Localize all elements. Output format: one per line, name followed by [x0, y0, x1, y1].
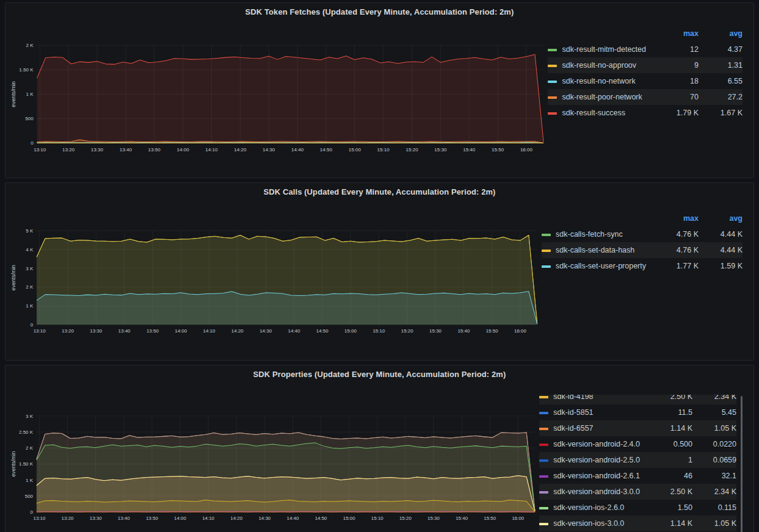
series-name[interactable]: sdk-version-ios-3.0.0: [553, 516, 648, 531]
series-color-swatch-icon[interactable]: [548, 49, 557, 51]
chart-canvas[interactable]: 01 K2 K3 K4 K5 K13:1013:2013:3013:4013:5…: [9, 200, 542, 359]
x-tick-label: 15:30: [434, 147, 447, 153]
legend-row[interactable]: sdk-id-41982.50 K2.34 K: [539, 395, 736, 404]
legend-max-value: 0.500: [648, 436, 692, 452]
legend-row[interactable]: sdk-version-android-3.0.02.50 K2.34 K: [539, 484, 736, 500]
legend-max-value: 1.14 K: [648, 516, 692, 531]
series-name[interactable]: sdk-version-ios-2.6.0: [553, 500, 648, 516]
series-name[interactable]: sdk-calls-fetch-sync: [556, 226, 655, 242]
legend-row[interactable]: sdk-result-no-network186.55: [548, 73, 743, 89]
legend-row[interactable]: sdk-calls-set-data-hash4.76 K4.44 K: [542, 242, 743, 258]
y-tick-label: 500: [25, 494, 34, 499]
legend-table: maxavgsdk-result-mitm-detected124.37sdk-…: [548, 26, 743, 121]
chart-legend: maxavgsdk-result-mitm-detected124.37sdk-…: [548, 20, 750, 121]
series-color-swatch-icon[interactable]: [548, 65, 557, 67]
dashboard: SDK Token Fetches (Updated Every Minute,…: [0, 0, 759, 532]
legend-max-value: 12: [655, 41, 699, 57]
series-color-swatch-icon[interactable]: [539, 491, 548, 494]
x-tick-label: 13:20: [62, 328, 74, 334]
y-tick-label: 0: [31, 509, 34, 515]
series-color-swatch-icon[interactable]: [539, 428, 548, 430]
series-color-swatch-icon[interactable]: [539, 475, 548, 478]
x-tick-label: 14:40: [287, 516, 299, 521]
legend-row[interactable]: sdk-id-585111.55.45: [539, 404, 736, 420]
x-tick-label: 14:10: [203, 328, 216, 334]
series-name[interactable]: sdk-calls-set-user-property: [556, 258, 655, 274]
legend-table: maxavgsdk-calls-fetch-sync4.76 K4.44 Ksd…: [542, 210, 743, 274]
x-tick-label: 13:50: [148, 147, 161, 153]
series-name[interactable]: sdk-id-4198: [553, 395, 648, 404]
time-series-chart[interactable]: 05001 K1.50 K2 K2.50 K3 K13:1013:2013:30…: [9, 383, 539, 532]
x-tick-label: 13:50: [147, 328, 159, 334]
time-series-chart[interactable]: 05001 K1.50 K2 K13:1013:2013:3013:4013:5…: [9, 20, 548, 176]
legend-row[interactable]: sdk-version-ios-3.0.01.14 K1.05 K: [539, 516, 736, 531]
series-color-swatch-icon[interactable]: [539, 523, 548, 525]
legend-row[interactable]: sdk-calls-fetch-sync4.76 K4.44 K: [542, 226, 743, 242]
legend-avg-value: 4.44 K: [699, 226, 743, 242]
series-color-swatch-icon[interactable]: [548, 81, 557, 83]
series-color-swatch-icon[interactable]: [539, 396, 548, 398]
series-color-swatch-icon[interactable]: [542, 250, 551, 252]
legend-max-value: 1.14 K: [648, 420, 692, 436]
x-tick-label: 14:50: [315, 516, 327, 521]
series-name[interactable]: sdk-id-5851: [553, 404, 648, 420]
panel-header[interactable]: SDK Token Fetches (Updated Every Minute,…: [5, 3, 754, 20]
x-tick-label: 13:10: [33, 516, 45, 521]
legend-header-avg[interactable]: avg: [699, 26, 743, 41]
legend-max-value: 46: [648, 468, 692, 484]
series-color-swatch-icon[interactable]: [548, 112, 557, 115]
series-name[interactable]: sdk-result-success: [562, 105, 655, 121]
legend-header-avg[interactable]: avg: [699, 210, 743, 226]
legend-scrollbar[interactable]: [741, 396, 743, 532]
series-color-swatch-icon[interactable]: [539, 412, 548, 414]
chart-canvas[interactable]: 05001 K1.50 K2 K2.50 K3 K13:1013:2013:30…: [9, 383, 539, 532]
legend-row[interactable]: sdk-version-ios-2.6.01.500.115: [539, 500, 736, 516]
legend-row[interactable]: sdk-version-android-2.4.00.5000.0220: [539, 436, 736, 452]
legend-row[interactable]: sdk-id-65571.14 K1.05 K: [539, 420, 736, 436]
series-color-swatch-icon[interactable]: [542, 265, 551, 268]
legend-row[interactable]: sdk-result-success1.79 K1.67 K: [548, 105, 743, 121]
series-name[interactable]: sdk-version-android-3.0.0: [553, 484, 648, 500]
panel-title: SDK Token Fetches (Updated Every Minute,…: [245, 7, 514, 16]
series-name[interactable]: sdk-id-6557: [553, 420, 648, 436]
legend-max-value: 2.50 K: [648, 395, 692, 404]
series-name[interactable]: sdk-result-no-approov: [562, 57, 655, 73]
legend-row[interactable]: sdk-result-poor-network7027.2: [548, 89, 743, 105]
time-series-chart[interactable]: 01 K2 K3 K4 K5 K13:1013:2013:3013:4013:5…: [9, 200, 542, 359]
legend-header-max[interactable]: max: [655, 210, 699, 226]
series-color-swatch-icon[interactable]: [542, 234, 551, 236]
legend-max-value: 4.76 K: [655, 242, 699, 258]
legend-avg-value: 1.67 K: [699, 105, 743, 121]
series-color-swatch-icon[interactable]: [539, 444, 548, 446]
legend-avg-value: 1.31: [699, 57, 743, 73]
series-name[interactable]: sdk-calls-set-data-hash: [556, 242, 655, 258]
series-name[interactable]: sdk-result-mitm-detected: [562, 41, 655, 57]
legend-row[interactable]: sdk-calls-set-user-property1.77 K1.59 K: [542, 258, 743, 274]
series-name[interactable]: sdk-result-no-network: [562, 73, 655, 89]
legend-avg-value: 0.0220: [692, 436, 736, 452]
series-color-swatch-icon[interactable]: [539, 507, 548, 509]
y-axis-label: events/min: [10, 265, 16, 290]
y-tick-label: 0: [31, 140, 34, 146]
legend-row[interactable]: sdk-result-no-approov91.31: [548, 57, 743, 73]
legend-header-max[interactable]: max: [655, 26, 699, 41]
legend-avg-value: 0.0659: [692, 452, 736, 468]
x-tick-label: 13:10: [34, 328, 46, 334]
panel-header[interactable]: SDK Calls (Updated Every Minute, Accumul…: [5, 183, 754, 200]
series-color-swatch-icon[interactable]: [548, 96, 557, 99]
series-color-swatch-icon[interactable]: [539, 459, 548, 462]
legend-avg-value: 2.34 K: [692, 484, 736, 500]
x-tick-label: 14:00: [175, 328, 187, 334]
series-name[interactable]: sdk-result-poor-network: [562, 89, 655, 105]
x-tick-label: 14:20: [234, 147, 247, 153]
chart-canvas[interactable]: 05001 K1.50 K2 K13:1013:2013:3013:4013:5…: [9, 20, 548, 176]
legend-row[interactable]: sdk-result-mitm-detected124.37: [548, 41, 743, 57]
legend-row[interactable]: sdk-version-android-2.6.14632.1: [539, 468, 736, 484]
y-tick-label: 3 K: [26, 266, 34, 271]
x-tick-label: 15:00: [349, 147, 361, 153]
series-name[interactable]: sdk-version-android-2.4.0: [553, 436, 648, 452]
series-name[interactable]: sdk-version-android-2.6.1: [553, 468, 648, 484]
series-name[interactable]: sdk-version-android-2.5.0: [553, 452, 648, 468]
panel-header[interactable]: SDK Properties (Updated Every Minute, Ac…: [5, 365, 754, 383]
legend-row[interactable]: sdk-version-android-2.5.010.0659: [539, 452, 736, 468]
